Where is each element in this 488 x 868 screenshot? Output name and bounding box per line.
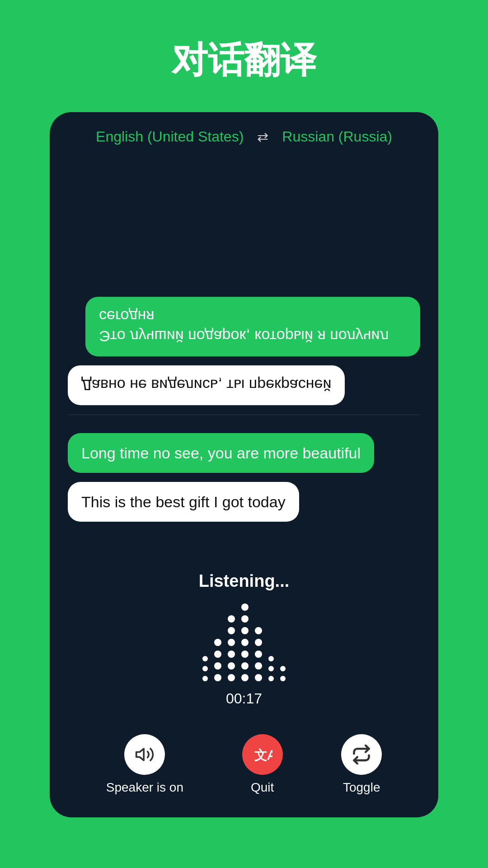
listening-status: Listening...	[199, 571, 290, 591]
chat-divider	[68, 415, 420, 415]
toggle-control[interactable]: Toggle	[341, 734, 382, 795]
lang-left[interactable]: English (United States)	[96, 128, 244, 145]
message-row-2: This is the best gift I got today	[68, 482, 420, 522]
bottom-controls: Speaker is on 文A Quit Toggle	[50, 725, 438, 817]
wave-col-3	[228, 615, 235, 681]
message-row-1: Long time no see, you are more beautiful	[68, 433, 420, 473]
lang-header: English (United States) ⇄ Russian (Russi…	[50, 112, 438, 159]
listening-section: Listening...	[50, 558, 438, 725]
message-bubble-english-2: This is the best gift I got today	[68, 482, 299, 522]
message-bubble-russian-1: Это лучший подарок, который я получил се…	[85, 297, 420, 356]
speaker-button[interactable]	[124, 734, 165, 775]
wave-col-5	[255, 627, 262, 681]
speaker-icon	[135, 745, 155, 764]
svg-marker-0	[136, 749, 144, 760]
quit-control[interactable]: 文A Quit	[242, 734, 283, 795]
svg-text:文A: 文A	[254, 747, 272, 762]
toggle-label: Toggle	[343, 780, 380, 795]
translate-icon: 文A	[253, 745, 272, 764]
main-card: English (United States) ⇄ Russian (Russi…	[50, 112, 438, 817]
message-row-flipped-1: Это лучший подарок, который я получил се…	[68, 297, 420, 356]
wave-col-4	[241, 604, 249, 681]
speaker-control[interactable]: Speaker is on	[106, 734, 183, 795]
toggle-button[interactable]	[341, 734, 382, 775]
speaker-label: Speaker is on	[106, 780, 183, 795]
timer-display: 00:17	[226, 690, 262, 707]
toggle-icon	[352, 745, 371, 764]
chat-area: Это лучший подарок, который я получил се…	[50, 159, 438, 558]
message-bubble-english-1: Long time no see, you are more beautiful	[68, 433, 374, 473]
lang-right[interactable]: Russian (Russia)	[282, 128, 392, 145]
quit-button[interactable]: 文A	[242, 734, 283, 775]
message-bubble-russian-2: Давно не виделись, ты прекрасней	[68, 365, 345, 405]
waveform	[202, 609, 286, 681]
wave-col-2	[214, 639, 221, 681]
wave-col-6	[268, 656, 274, 681]
quit-label: Quit	[251, 780, 274, 795]
app-title: 对话翻译	[172, 36, 316, 85]
wave-col-1	[202, 656, 208, 681]
message-row-flipped-2: Давно не виделись, ты прекрасней	[68, 365, 420, 405]
swap-icon[interactable]: ⇄	[257, 129, 268, 145]
wave-col-7	[280, 666, 286, 681]
